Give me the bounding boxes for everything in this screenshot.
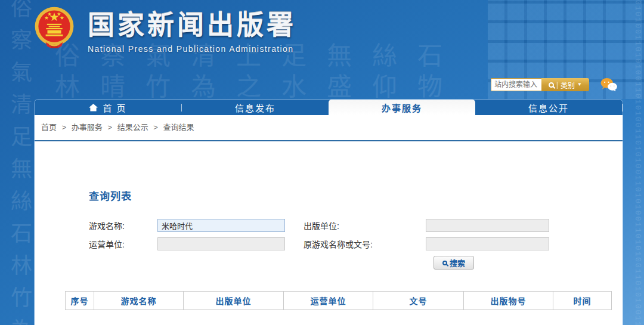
publisher-input[interactable] [426, 219, 549, 232]
button-separator: | [556, 81, 558, 89]
operator-label: 运营单位: [89, 238, 157, 250]
main-panel: 首 页 信息发布 办事服务 信息公开 首页 > 办事服务 > 结果公示 > [34, 99, 623, 325]
col-header-operator: 运营单位 [284, 292, 373, 310]
form-row: 游戏名称: 出版单位: [89, 219, 623, 232]
operator-input[interactable] [157, 237, 285, 250]
site-search-input[interactable] [491, 78, 541, 91]
site-header: 国家新闻出版署 National Press and Publication A… [34, 0, 623, 99]
page-title: 查询列表 [89, 188, 623, 203]
search-icon [549, 82, 554, 88]
breadcrumb-current: 查询结果 [163, 123, 194, 132]
home-icon [89, 104, 98, 112]
brand-block: 国家新闻出版署 National Press and Publication A… [88, 4, 296, 54]
main-nav: 首 页 信息发布 办事服务 信息公开 [35, 100, 623, 115]
col-header-publication-number: 出版物号 [464, 292, 553, 310]
nav-tab-info-release[interactable]: 信息发布 [182, 100, 329, 115]
col-header-doc-number: 文号 [373, 292, 464, 310]
left-calligraphy-watermark: 俗察氣清足無絲石林竹為水俗察氣清足無絲石林竹 [4, 0, 35, 325]
site-search-button[interactable]: | 类别 ▼ [541, 78, 589, 91]
col-header-time: 时间 [553, 292, 612, 310]
nav-tab-label: 首 页 [103, 101, 126, 114]
game-name-label: 游戏名称: [89, 219, 157, 231]
page-container: 国家新闻出版署 National Press and Publication A… [34, 0, 623, 325]
nav-tab-info-disclosure[interactable]: 信息公开 [475, 100, 622, 115]
breadcrumb-separator: > [108, 123, 113, 132]
col-header-index: 序号 [66, 292, 94, 310]
query-search-button[interactable]: 搜索 [434, 256, 474, 270]
breadcrumb-divider [35, 140, 623, 141]
nav-tab-services[interactable]: 办事服务 [329, 100, 475, 115]
breadcrumb-home[interactable]: 首页 [41, 123, 57, 132]
original-name-or-number-label: 原游戏名称或文号: [304, 238, 426, 250]
breadcrumb-services[interactable]: 办事服务 [72, 123, 103, 132]
col-header-game-name: 游戏名称 [94, 292, 184, 310]
binary-watermark: 0101001101010011010100110101001101010011… [628, 0, 642, 325]
results-table: 序号 游戏名称 出版单位 运营单位 文号 出版物号 时间 [65, 291, 612, 310]
nav-tab-label: 信息发布 [235, 101, 275, 114]
nav-tab-label: 办事服务 [382, 101, 422, 114]
original-name-or-number-input[interactable] [426, 237, 549, 250]
search-button-label: 搜索 [450, 257, 465, 268]
wechat-icon[interactable] [600, 78, 618, 92]
chevron-down-icon: ▼ [577, 82, 582, 87]
breadcrumb-results-public[interactable]: 结果公示 [117, 123, 148, 132]
site-search-row: | 类别 ▼ [491, 78, 618, 92]
breadcrumb-separator: > [153, 123, 158, 132]
nav-tab-home[interactable]: 首 页 [35, 100, 181, 115]
publisher-label: 出版单位: [304, 219, 426, 231]
nav-tab-label: 信息公开 [528, 101, 569, 114]
game-name-input[interactable] [157, 219, 285, 232]
breadcrumb-separator: > [62, 123, 67, 132]
col-header-publisher: 出版单位 [184, 292, 284, 310]
national-emblem-icon [33, 2, 76, 54]
form-actions: 搜索 [434, 256, 623, 270]
table-header-row: 序号 游戏名称 出版单位 运营单位 文号 出版物号 时间 [66, 292, 612, 310]
nav-separator [622, 104, 623, 112]
content-area: 首页 > 办事服务 > 结果公示 > 查询结果 查询列表 游戏名称: 出版单位:… [35, 115, 623, 325]
site-title-english: National Press and Publication Administr… [88, 44, 296, 54]
breadcrumb: 首页 > 办事服务 > 结果公示 > 查询结果 [35, 115, 623, 133]
site-title: 国家新闻出版署 [88, 4, 296, 42]
search-icon [442, 261, 447, 265]
query-form: 游戏名称: 出版单位: 运营单位: 原游戏名称或文号: 搜索 [89, 219, 623, 270]
form-row: 运营单位: 原游戏名称或文号: [89, 237, 623, 250]
category-dropdown-label[interactable]: 类别 [561, 80, 575, 90]
